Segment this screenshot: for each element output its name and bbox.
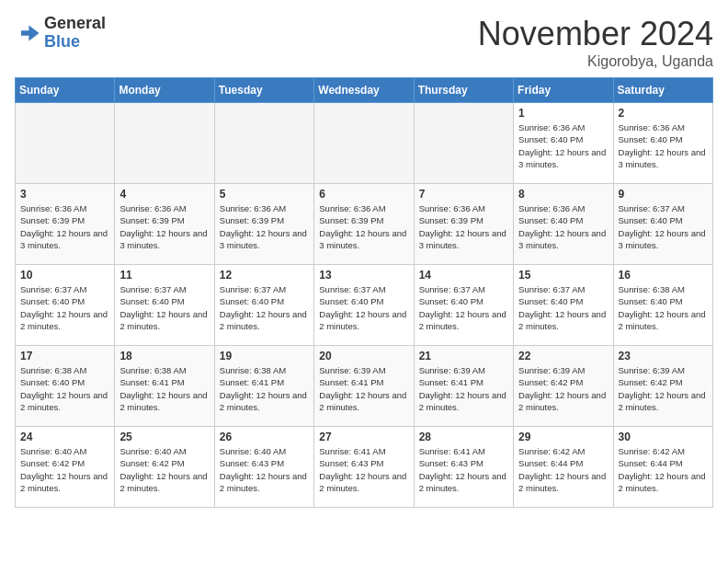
day-info: Sunrise: 6:36 AMSunset: 6:40 PMDaylight:… bbox=[619, 121, 708, 170]
calendar-cell: 5Sunrise: 6:36 AMSunset: 6:39 PMDaylight… bbox=[214, 184, 313, 265]
calendar-cell: 9Sunrise: 6:37 AMSunset: 6:40 PMDaylight… bbox=[613, 184, 712, 265]
calendar-cell bbox=[414, 103, 513, 184]
calendar-cell: 26Sunrise: 6:40 AMSunset: 6:43 PMDayligh… bbox=[214, 427, 313, 508]
day-number: 16 bbox=[619, 269, 708, 282]
calendar-cell: 10Sunrise: 6:37 AMSunset: 6:40 PMDayligh… bbox=[16, 265, 115, 346]
day-number: 17 bbox=[20, 350, 109, 362]
calendar-cell: 3Sunrise: 6:36 AMSunset: 6:39 PMDaylight… bbox=[16, 184, 115, 265]
day-number: 27 bbox=[319, 431, 408, 443]
day-info: Sunrise: 6:40 AMSunset: 6:42 PMDaylight:… bbox=[119, 445, 209, 494]
day-number: 13 bbox=[319, 269, 408, 282]
weekday-header: Tuesday bbox=[214, 78, 313, 103]
calendar-cell: 21Sunrise: 6:39 AMSunset: 6:41 PMDayligh… bbox=[414, 346, 513, 427]
calendar-cell: 18Sunrise: 6:38 AMSunset: 6:41 PMDayligh… bbox=[115, 346, 214, 427]
day-info: Sunrise: 6:40 AMSunset: 6:42 PMDaylight:… bbox=[20, 445, 109, 494]
calendar-cell: 25Sunrise: 6:40 AMSunset: 6:42 PMDayligh… bbox=[115, 427, 214, 508]
title-block: November 2024 Kigorobya, Uganda bbox=[478, 15, 713, 70]
day-info: Sunrise: 6:36 AMSunset: 6:40 PMDaylight:… bbox=[518, 121, 608, 170]
day-info: Sunrise: 6:39 AMSunset: 6:42 PMDaylight:… bbox=[518, 364, 608, 413]
calendar-cell: 22Sunrise: 6:39 AMSunset: 6:42 PMDayligh… bbox=[514, 346, 613, 427]
calendar-cell: 16Sunrise: 6:38 AMSunset: 6:40 PMDayligh… bbox=[613, 265, 712, 346]
calendar-week-row: 10Sunrise: 6:37 AMSunset: 6:40 PMDayligh… bbox=[16, 265, 713, 346]
calendar-cell bbox=[214, 103, 313, 184]
day-info: Sunrise: 6:39 AMSunset: 6:42 PMDaylight:… bbox=[619, 364, 708, 413]
calendar-cell: 29Sunrise: 6:42 AMSunset: 6:44 PMDayligh… bbox=[514, 427, 613, 508]
calendar-cell: 2Sunrise: 6:36 AMSunset: 6:40 PMDaylight… bbox=[613, 103, 712, 184]
calendar-cell: 24Sunrise: 6:40 AMSunset: 6:42 PMDayligh… bbox=[16, 427, 115, 508]
day-info: Sunrise: 6:36 AMSunset: 6:39 PMDaylight:… bbox=[119, 202, 209, 251]
weekday-header: Thursday bbox=[414, 78, 513, 103]
calendar-cell: 7Sunrise: 6:36 AMSunset: 6:39 PMDaylight… bbox=[414, 184, 513, 265]
day-number: 11 bbox=[119, 269, 209, 282]
month-title: November 2024 bbox=[478, 15, 713, 53]
day-number: 9 bbox=[619, 188, 708, 201]
calendar-week-row: 24Sunrise: 6:40 AMSunset: 6:42 PMDayligh… bbox=[16, 427, 713, 508]
day-info: Sunrise: 6:37 AMSunset: 6:40 PMDaylight:… bbox=[619, 202, 708, 251]
day-info: Sunrise: 6:42 AMSunset: 6:44 PMDaylight:… bbox=[518, 445, 608, 494]
day-info: Sunrise: 6:36 AMSunset: 6:39 PMDaylight:… bbox=[419, 202, 508, 251]
day-number: 5 bbox=[220, 188, 309, 201]
calendar-cell: 20Sunrise: 6:39 AMSunset: 6:41 PMDayligh… bbox=[314, 346, 414, 427]
weekday-header: Wednesday bbox=[314, 78, 414, 103]
calendar-cell: 27Sunrise: 6:41 AMSunset: 6:43 PMDayligh… bbox=[314, 427, 414, 508]
day-info: Sunrise: 6:36 AMSunset: 6:39 PMDaylight:… bbox=[20, 202, 109, 251]
page-header: General Blue November 2024 Kigorobya, Ug… bbox=[15, 15, 713, 70]
calendar-table: SundayMondayTuesdayWednesdayThursdayFrid… bbox=[15, 77, 713, 508]
day-info: Sunrise: 6:36 AMSunset: 6:39 PMDaylight:… bbox=[319, 202, 408, 251]
calendar-cell: 19Sunrise: 6:38 AMSunset: 6:41 PMDayligh… bbox=[214, 346, 313, 427]
day-number: 6 bbox=[319, 188, 408, 201]
day-number: 22 bbox=[518, 350, 608, 362]
day-info: Sunrise: 6:38 AMSunset: 6:40 PMDaylight:… bbox=[619, 283, 708, 332]
day-info: Sunrise: 6:39 AMSunset: 6:41 PMDaylight:… bbox=[319, 364, 408, 413]
svg-marker-0 bbox=[21, 25, 40, 40]
weekday-header: Monday bbox=[115, 78, 214, 103]
weekday-header: Saturday bbox=[613, 78, 712, 103]
day-number: 2 bbox=[619, 107, 708, 120]
day-info: Sunrise: 6:37 AMSunset: 6:40 PMDaylight:… bbox=[419, 283, 508, 332]
day-info: Sunrise: 6:42 AMSunset: 6:44 PMDaylight:… bbox=[619, 445, 708, 494]
day-number: 29 bbox=[518, 431, 608, 443]
day-info: Sunrise: 6:40 AMSunset: 6:43 PMDaylight:… bbox=[220, 445, 309, 494]
calendar-week-row: 3Sunrise: 6:36 AMSunset: 6:39 PMDaylight… bbox=[16, 184, 713, 265]
day-info: Sunrise: 6:38 AMSunset: 6:41 PMDaylight:… bbox=[220, 364, 309, 413]
day-number: 14 bbox=[419, 269, 508, 282]
day-number: 30 bbox=[619, 431, 708, 443]
logo-icon bbox=[15, 20, 40, 46]
calendar-cell: 1Sunrise: 6:36 AMSunset: 6:40 PMDaylight… bbox=[514, 103, 613, 184]
day-number: 25 bbox=[119, 431, 209, 443]
day-info: Sunrise: 6:36 AMSunset: 6:39 PMDaylight:… bbox=[220, 202, 309, 251]
calendar-cell bbox=[314, 103, 414, 184]
location-subtitle: Kigorobya, Uganda bbox=[478, 53, 713, 70]
calendar-body: 1Sunrise: 6:36 AMSunset: 6:40 PMDaylight… bbox=[16, 103, 713, 508]
day-number: 12 bbox=[220, 269, 309, 282]
day-number: 18 bbox=[119, 350, 209, 362]
day-info: Sunrise: 6:41 AMSunset: 6:43 PMDaylight:… bbox=[419, 445, 508, 494]
day-number: 4 bbox=[119, 188, 209, 201]
day-info: Sunrise: 6:41 AMSunset: 6:43 PMDaylight:… bbox=[319, 445, 408, 494]
calendar-cell: 17Sunrise: 6:38 AMSunset: 6:40 PMDayligh… bbox=[16, 346, 115, 427]
calendar-cell: 13Sunrise: 6:37 AMSunset: 6:40 PMDayligh… bbox=[314, 265, 414, 346]
day-number: 24 bbox=[20, 431, 109, 443]
day-number: 7 bbox=[419, 188, 508, 201]
day-number: 23 bbox=[619, 350, 708, 362]
calendar-cell: 30Sunrise: 6:42 AMSunset: 6:44 PMDayligh… bbox=[613, 427, 712, 508]
day-number: 3 bbox=[20, 188, 109, 201]
calendar-cell: 11Sunrise: 6:37 AMSunset: 6:40 PMDayligh… bbox=[115, 265, 214, 346]
logo: General Blue bbox=[15, 15, 106, 52]
calendar-cell: 23Sunrise: 6:39 AMSunset: 6:42 PMDayligh… bbox=[613, 346, 712, 427]
weekday-header: Sunday bbox=[16, 78, 115, 103]
calendar-cell: 12Sunrise: 6:37 AMSunset: 6:40 PMDayligh… bbox=[214, 265, 313, 346]
day-info: Sunrise: 6:38 AMSunset: 6:40 PMDaylight:… bbox=[20, 364, 109, 413]
day-number: 26 bbox=[220, 431, 309, 443]
day-info: Sunrise: 6:37 AMSunset: 6:40 PMDaylight:… bbox=[20, 283, 109, 332]
calendar-week-row: 17Sunrise: 6:38 AMSunset: 6:40 PMDayligh… bbox=[16, 346, 713, 427]
day-info: Sunrise: 6:38 AMSunset: 6:41 PMDaylight:… bbox=[119, 364, 209, 413]
calendar-cell bbox=[115, 103, 214, 184]
day-number: 8 bbox=[518, 188, 608, 201]
calendar-cell: 4Sunrise: 6:36 AMSunset: 6:39 PMDaylight… bbox=[115, 184, 214, 265]
logo-text: General Blue bbox=[44, 15, 106, 52]
day-info: Sunrise: 6:37 AMSunset: 6:40 PMDaylight:… bbox=[220, 283, 309, 332]
calendar-cell: 8Sunrise: 6:36 AMSunset: 6:40 PMDaylight… bbox=[514, 184, 613, 265]
day-number: 1 bbox=[518, 107, 608, 120]
calendar-cell: 14Sunrise: 6:37 AMSunset: 6:40 PMDayligh… bbox=[414, 265, 513, 346]
